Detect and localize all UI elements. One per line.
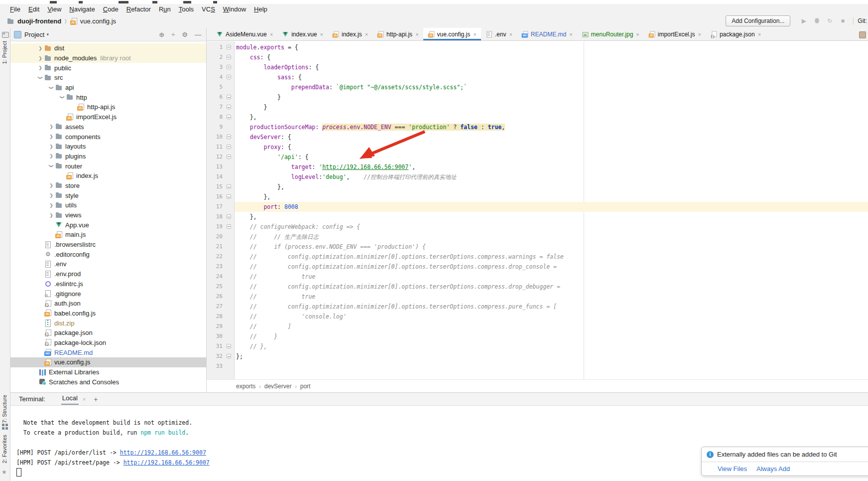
tab-close-icon[interactable]: × <box>320 31 323 37</box>
tab-options-icon[interactable] <box>859 31 866 38</box>
tree-item-components[interactable]: ❯components <box>10 132 206 142</box>
code-line[interactable]: 24 // true <box>207 272 868 282</box>
code-line[interactable]: 26 // true <box>207 292 868 302</box>
code-line[interactable]: 18 }, <box>207 212 868 222</box>
chevron-collapsed-icon[interactable]: ❯ <box>47 193 55 198</box>
tree-item-assets[interactable]: ❯assets <box>10 122 206 132</box>
fold-end-icon[interactable] <box>227 95 231 99</box>
menu-item-refactor[interactable]: Refactor <box>123 4 155 14</box>
code-area[interactable]: 1module.exports = {2 css: {3 loaderOptio… <box>207 41 868 380</box>
terminal-link[interactable]: http://192.168.66.56:9007 <box>124 459 210 466</box>
tree-item-babel-config-js[interactable]: JSbabel.config.js <box>10 309 206 319</box>
tab-package-json[interactable]: {}package.json× <box>706 28 765 40</box>
code-line[interactable]: 2 css: { <box>207 52 868 62</box>
code-line[interactable]: 27 // config.optimization.minimizer[0].o… <box>207 302 868 312</box>
tab-close-icon[interactable]: × <box>473 31 476 37</box>
code-line[interactable]: 5 prependData: `@import "~@/assets/scss/… <box>207 82 868 92</box>
chevron-collapsed-icon[interactable]: ❯ <box>36 56 44 61</box>
chevron-expanded-icon[interactable]: ❯ <box>49 162 54 170</box>
menu-item-file[interactable]: File <box>6 4 24 14</box>
project-tool-icon[interactable] <box>2 32 9 38</box>
fold-start-icon[interactable] <box>227 145 231 149</box>
fold-end-icon[interactable] <box>227 105 231 109</box>
fold-start-icon[interactable] <box>227 135 231 139</box>
tab-close-icon[interactable]: × <box>270 31 273 37</box>
code-line[interactable]: 9 productionSourceMap: process.env.NODE_… <box>207 122 868 132</box>
tree-item-eslintrc-js[interactable]: .eslintrc.js <box>10 279 206 289</box>
code-line[interactable]: 25 // config.optimization.minimizer[0].o… <box>207 282 868 292</box>
code-line[interactable]: 15 }, <box>207 182 868 192</box>
add-configuration-button[interactable]: Add Configuration... <box>726 15 790 26</box>
tree-item-external-libraries[interactable]: External Libraries <box>10 367 206 377</box>
close-icon[interactable]: × <box>83 396 86 402</box>
fold-end-icon[interactable] <box>227 184 231 189</box>
editor-breadcrumb-exports[interactable]: exports <box>236 383 255 390</box>
tab-http-api-js[interactable]: JShttp-api.js× <box>372 28 423 40</box>
debug-icon[interactable] <box>813 17 820 24</box>
tree-item-dist-zip[interactable]: dist.zip <box>10 318 206 328</box>
code-line[interactable]: 31 // }, <box>207 341 868 351</box>
stripe-project-label[interactable]: 1: Project <box>1 41 7 64</box>
tree-item-style[interactable]: ❯style <box>10 190 206 200</box>
tree-item-node-modules[interactable]: ❯node_moduleslibrary root <box>10 53 206 63</box>
tree-item-gitignore[interactable]: .gitignore <box>10 289 206 299</box>
chevron-collapsed-icon[interactable]: ❯ <box>47 183 55 188</box>
tree-item-browserslistrc[interactable]: .browserslistrc <box>10 240 206 250</box>
code-line[interactable]: 28 // 'console.log' <box>207 312 868 321</box>
chevron-down-icon[interactable]: ▾ <box>46 32 49 37</box>
stripe-structure-label[interactable]: 7: Structure <box>1 395 7 423</box>
code-line[interactable]: 7 } <box>207 102 868 112</box>
hide-panel-icon[interactable]: — <box>195 31 201 38</box>
tree-item-app-vue[interactable]: App.vue <box>10 220 206 230</box>
menu-item-vcs[interactable]: VCS <box>198 4 219 14</box>
chevron-expanded-icon[interactable]: ❯ <box>60 93 65 101</box>
chevron-collapsed-icon[interactable]: ❯ <box>47 154 55 159</box>
stripe-favorites-label[interactable]: 2: Favorites <box>1 435 7 463</box>
tree-item-env[interactable]: .env <box>10 259 206 269</box>
notification-action-always-add[interactable]: Always Add <box>756 465 790 473</box>
code-line[interactable]: 32}; <box>207 351 868 361</box>
git-branch-label[interactable]: Git: <box>858 17 867 24</box>
code-line[interactable]: 23 // config.optimization.minimizer[0].o… <box>207 262 868 272</box>
tree-item-layouts[interactable]: ❯layouts <box>10 142 206 152</box>
fold-end-icon[interactable] <box>227 214 231 219</box>
code-line[interactable]: 11 proxy: { <box>207 142 868 152</box>
fold-start-icon[interactable] <box>227 224 231 229</box>
chevron-collapsed-icon[interactable]: ❯ <box>47 203 55 208</box>
tree-item-src[interactable]: ❯src <box>10 73 206 83</box>
tree-item-package-lock-json[interactable]: {}package-lock.json <box>10 338 206 348</box>
run-icon[interactable]: ▶ <box>800 17 807 24</box>
chevron-expanded-icon[interactable]: ❯ <box>38 74 43 82</box>
tree-item-http-api-js[interactable]: JShttp-api.js <box>10 102 206 112</box>
code-line[interactable]: 12 '/api': { <box>207 152 868 162</box>
tab-close-icon[interactable]: × <box>758 31 761 37</box>
menu-item-navigate[interactable]: Navigate <box>65 4 99 14</box>
menu-item-view[interactable]: View <box>43 4 65 14</box>
favorites-star-icon[interactable]: ★ <box>1 469 7 476</box>
fold-end-icon[interactable] <box>227 115 231 119</box>
fold-start-icon[interactable] <box>227 55 231 59</box>
fold-end-icon[interactable] <box>227 354 231 358</box>
tab-close-icon[interactable]: × <box>365 31 368 37</box>
tree-item-editorconfig[interactable]: ⚙.editorconfig <box>10 249 206 259</box>
stop-icon[interactable]: ■ <box>839 17 846 24</box>
fold-start-icon[interactable] <box>227 75 231 79</box>
chevron-collapsed-icon[interactable]: ❯ <box>47 134 55 139</box>
code-line[interactable]: 4 sass: { <box>207 72 868 82</box>
terminal-tab-local[interactable]: Local <box>61 393 79 405</box>
chevron-collapsed-icon[interactable]: ❯ <box>47 144 55 149</box>
code-line[interactable]: 14 logLevel:'debug', //控制台终端打印代理前的真实地址 <box>207 172 868 182</box>
editor-breadcrumb-devserver[interactable]: devServer <box>264 383 292 390</box>
tab-menurouter-jpg[interactable]: menuRouter.jpg× <box>577 28 644 40</box>
tab-close-icon[interactable]: × <box>569 31 572 37</box>
code-line[interactable]: 29 // ] <box>207 321 868 331</box>
tree-item-readme-md[interactable]: MDREADME.md <box>10 347 206 357</box>
tree-item-public[interactable]: ❯public <box>10 63 206 73</box>
breadcrumb-project[interactable]: duoji-frontend <box>17 17 61 25</box>
menu-item-run[interactable]: Run <box>155 4 175 14</box>
chevron-collapsed-icon[interactable]: ❯ <box>47 213 55 218</box>
chevron-collapsed-icon[interactable]: ❯ <box>36 46 44 51</box>
terminal-cursor[interactable] <box>16 468 21 477</box>
chevron-collapsed-icon[interactable]: ❯ <box>47 124 55 129</box>
tree-item-importexcel-js[interactable]: JSimportExcel.js <box>10 112 206 122</box>
